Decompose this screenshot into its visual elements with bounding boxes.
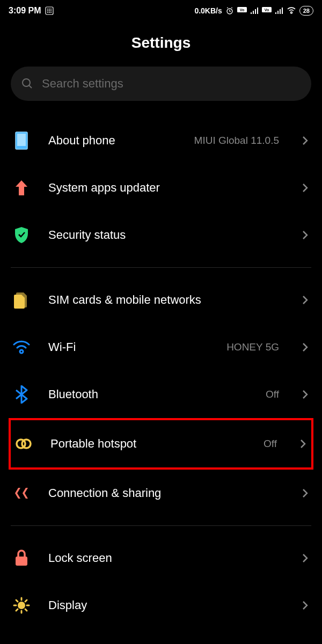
search-icon	[21, 78, 33, 90]
item-portable-hotspot[interactable]: Portable hotspot Off	[13, 420, 309, 467]
svg-point-1	[47, 9, 48, 10]
item-label: SIM cards & mobile networks	[48, 293, 283, 307]
svg-point-8	[49, 12, 50, 13]
item-label: About phone	[48, 134, 178, 148]
chevron-right-icon	[299, 295, 311, 305]
svg-point-7	[47, 12, 48, 13]
item-label: Lock screen	[48, 551, 283, 565]
item-lock-screen[interactable]: Lock screen	[11, 535, 311, 582]
sun-icon	[11, 597, 32, 614]
item-about-phone[interactable]: About phone MIUI Global 11.0.5	[11, 117, 311, 164]
svg-rect-20	[16, 557, 27, 566]
alarm-icon	[225, 6, 234, 15]
hotspot-icon	[13, 438, 34, 450]
chevron-right-icon	[299, 553, 311, 563]
svg-point-4	[47, 10, 48, 11]
svg-point-6	[50, 10, 52, 11]
volte-icon-2: Vo	[262, 7, 272, 14]
item-sim-cards[interactable]: SIM cards & mobile networks	[11, 276, 311, 324]
item-value: HONEY 5G	[226, 341, 279, 353]
svg-point-15	[23, 79, 30, 86]
svg-point-19	[22, 440, 31, 448]
signal-icon-2	[275, 8, 283, 14]
statusbar: 3:09 PM 0.0KB/s Vo Vo 28	[0, 0, 322, 21]
chevron-right-icon	[299, 390, 311, 399]
wifi-icon	[11, 340, 32, 354]
item-value: Off	[264, 438, 277, 450]
battery-level: 28	[299, 6, 313, 16]
netspeed: 0.0KB/s	[194, 6, 222, 15]
chevron-right-icon	[299, 183, 311, 193]
bluetooth-icon	[11, 385, 32, 404]
wifi-icon	[287, 7, 296, 14]
chevron-right-icon	[299, 601, 311, 610]
clock-time: 3:09 PM	[9, 6, 41, 16]
divider	[11, 525, 311, 526]
arrow-up-icon	[11, 179, 32, 196]
item-label: Portable hotspot	[50, 437, 247, 451]
search-input[interactable]	[42, 77, 301, 91]
item-label: Wi-Fi	[48, 340, 210, 354]
svg-point-21	[18, 602, 25, 609]
connection-icon	[11, 486, 32, 501]
chevron-right-icon	[299, 342, 311, 352]
phone-icon	[11, 131, 32, 150]
sim-icon	[11, 291, 32, 309]
shield-icon	[11, 226, 32, 244]
svg-text:Vo: Vo	[265, 8, 269, 12]
item-display[interactable]: Display	[11, 582, 311, 629]
item-value: MIUI Global 11.0.5	[194, 135, 279, 147]
svg-point-2	[49, 9, 50, 10]
chevron-right-icon	[299, 488, 311, 498]
chevron-right-icon	[299, 136, 311, 145]
item-wifi[interactable]: Wi-Fi HONEY 5G	[11, 324, 311, 371]
svg-point-3	[50, 9, 52, 10]
svg-point-9	[50, 12, 52, 13]
divider	[11, 267, 311, 268]
lock-icon	[11, 550, 32, 567]
item-system-apps-updater[interactable]: System apps updater	[11, 164, 311, 211]
item-value: Off	[266, 389, 279, 400]
chevron-right-icon	[299, 230, 311, 240]
item-connection-sharing[interactable]: Connection & sharing	[11, 470, 311, 517]
item-security-status[interactable]: Security status	[11, 211, 311, 259]
item-label: Bluetooth	[48, 387, 250, 401]
svg-text:Vo: Vo	[240, 8, 244, 12]
page-title: Settings	[0, 21, 322, 67]
chevron-right-icon	[297, 439, 309, 449]
item-label: Display	[48, 598, 283, 612]
item-label: System apps updater	[48, 181, 283, 195]
svg-point-5	[49, 10, 50, 11]
highlight-box: Portable hotspot Off	[9, 418, 313, 470]
item-bluetooth[interactable]: Bluetooth Off	[11, 371, 311, 418]
svg-rect-17	[17, 134, 26, 146]
signal-icon-1	[250, 8, 259, 14]
item-label: Connection & sharing	[48, 486, 283, 500]
item-label: Security status	[48, 228, 283, 242]
volte-icon-1: Vo	[237, 7, 247, 14]
grid-icon	[45, 6, 54, 15]
search-bar[interactable]	[11, 67, 311, 101]
